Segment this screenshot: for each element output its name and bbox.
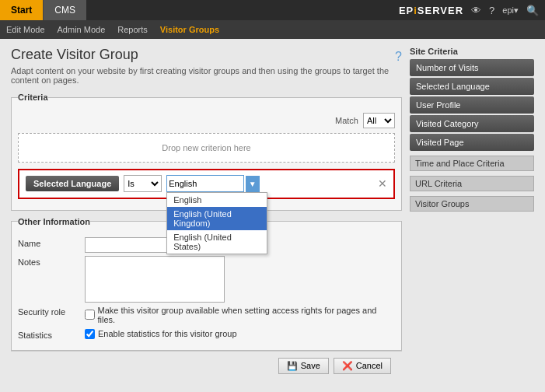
selected-language-btn[interactable]: Selected Language (410, 78, 534, 95)
episerver-logo: EPiSERVER (399, 5, 463, 16)
page-description: Adapt content on your website by first c… (11, 66, 402, 85)
match-select[interactable]: All Any (363, 113, 395, 128)
url-criteria-section[interactable]: URL Criteria (410, 176, 534, 191)
menu-reports[interactable]: Reports (117, 25, 148, 34)
dropdown-arrow[interactable]: ▼ (246, 176, 260, 193)
dropdown-list: English English (United Kingdom) English… (166, 192, 267, 254)
top-bar: Start CMS EPiSERVER 👁 ? epi▾ 🔍 (0, 0, 545, 20)
tab-start[interactable]: Start (0, 0, 43, 20)
menu-bar: Edit Mode Admin Mode Reports Visitor Gro… (0, 20, 545, 39)
site-criteria-label: Site Criteria (410, 47, 534, 56)
dropdown-item-english[interactable]: English (167, 193, 267, 207)
security-check-label: Make this visitor group available when s… (85, 306, 395, 324)
top-icons: 👁 ? epi▾ 🔍 (471, 5, 539, 16)
security-checkbox-text: Make this visitor group available when s… (98, 306, 395, 324)
remove-criterion-button[interactable]: ✕ (378, 177, 387, 190)
security-label: Security role (18, 306, 80, 317)
dropdown-item-english-us[interactable]: English (United States) (167, 230, 267, 254)
user-profile-btn[interactable]: User Profile (410, 96, 534, 114)
page-title: Create Visitor Group (11, 47, 138, 63)
save-button[interactable]: 💾 Save (278, 358, 329, 374)
other-info-legend: Other Information (18, 217, 90, 226)
menu-admin-mode[interactable]: Admin Mode (58, 25, 106, 34)
cancel-button[interactable]: ❌ Cancel (334, 358, 391, 374)
left-panel: Create Visitor Group ? Adapt content on … (11, 47, 402, 384)
menu-edit-mode[interactable]: Edit Mode (6, 25, 45, 34)
notes-textarea[interactable] (85, 256, 225, 303)
security-row: Security role Make this visitor group av… (18, 306, 395, 326)
visited-category-btn[interactable]: Visited Category (410, 115, 534, 132)
statistics-checkbox-text: Enable statistics for this visitor group (98, 329, 237, 338)
number-of-visits-btn[interactable]: Number of Visits (410, 59, 534, 76)
criterion-row: Selected Language Is Is not ▼ English En… (18, 169, 395, 199)
value-input[interactable] (166, 175, 244, 192)
user-menu[interactable]: epi▾ (502, 5, 519, 16)
selected-language-button[interactable]: Selected Language (26, 176, 119, 191)
tab-cms[interactable]: CMS (43, 0, 86, 20)
statistics-row: Statistics Enable statistics for this vi… (18, 329, 395, 341)
notes-label: Notes (18, 256, 80, 267)
menu-visitor-groups[interactable]: Visitor Groups (160, 25, 219, 34)
operator-select[interactable]: Is Is not (124, 175, 162, 192)
notes-row: Notes (18, 256, 395, 303)
top-bar-right: EPiSERVER 👁 ? epi▾ 🔍 (399, 5, 545, 16)
main-content: Create Visitor Group ? Adapt content on … (0, 39, 545, 392)
security-checkbox[interactable] (85, 310, 95, 320)
eye-icon[interactable]: 👁 (471, 5, 481, 16)
right-panel: Site Criteria Number of Visits Selected … (410, 47, 534, 384)
save-icon: 💾 (287, 361, 298, 371)
statistics-label: Statistics (18, 329, 80, 340)
drop-zone: Drop new criterion here (18, 133, 395, 163)
search-icon[interactable]: 🔍 (526, 5, 539, 16)
criteria-section: Criteria Match All Any Drop new criterio… (11, 93, 402, 211)
dropdown-item-english-uk[interactable]: English (United Kingdom) (167, 207, 267, 230)
visitor-groups-section[interactable]: Visitor Groups (410, 196, 534, 212)
match-row: Match All Any (18, 113, 395, 128)
time-place-section[interactable]: Time and Place Criteria (410, 156, 534, 171)
security-checkbox-row: Make this visitor group available when s… (85, 306, 395, 326)
name-label: Name (18, 237, 80, 248)
cancel-icon: ❌ (342, 361, 353, 371)
value-dropdown-wrapper: ▼ English English (United Kingdom) Engli… (166, 175, 259, 193)
help-icon[interactable]: ? (489, 5, 494, 16)
bottom-bar: 💾 Save ❌ Cancel (11, 351, 402, 380)
cancel-label: Cancel (356, 361, 383, 370)
page-help-icon[interactable]: ? (395, 50, 402, 64)
match-label: Match (335, 116, 358, 125)
save-label: Save (301, 361, 320, 370)
visited-page-btn[interactable]: Visited Page (410, 134, 534, 151)
statistics-checkbox[interactable] (85, 329, 95, 339)
criteria-legend: Criteria (18, 93, 48, 102)
statistics-check-label: Enable statistics for this visitor group (85, 329, 237, 339)
